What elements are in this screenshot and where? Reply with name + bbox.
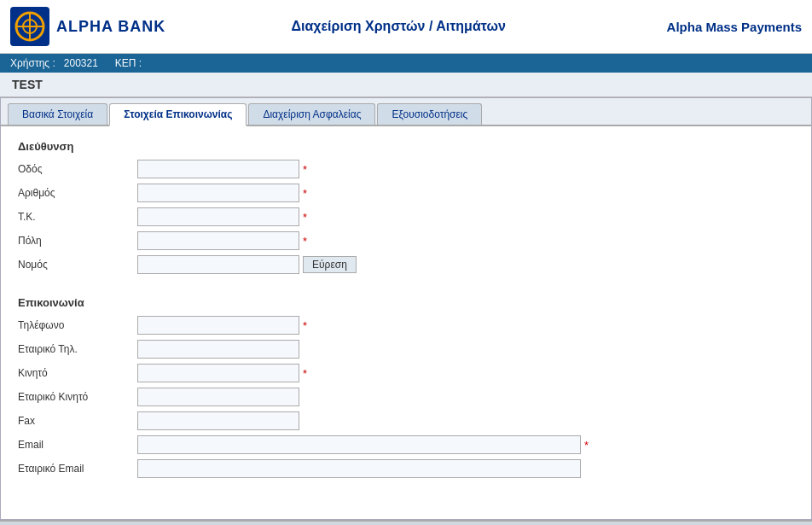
field-group-fax: Fax — [18, 411, 794, 430]
page-title-bar: TEST — [0, 73, 812, 97]
input-tk[interactable] — [137, 207, 299, 226]
header-title: Διαχείριση Χρηστών / Αιτημάτων — [165, 19, 631, 34]
field-group-etairiko-til: Εταιρικό Τηλ. — [18, 340, 794, 359]
alpha-bank-logo-icon — [10, 7, 49, 46]
required-email: * — [584, 439, 589, 452]
required-tk: * — [303, 211, 307, 224]
user-bar: Χρήστης : 200321 ΚΕΠ : — [0, 54, 812, 73]
input-fax[interactable] — [137, 411, 299, 430]
input-email[interactable] — [137, 435, 581, 454]
field-group-email: Email * — [18, 435, 794, 454]
tabs: Βασικά Στοιχεία Στοιχεία Επικοινωνίας Δι… — [1, 98, 811, 126]
label-kinito: Κινητό — [18, 367, 137, 379]
main-content: Βασικά Στοιχεία Στοιχεία Επικοινωνίας Δι… — [0, 97, 812, 520]
header: ALPHA BANK Διαχείριση Χρηστών / Αιτημάτω… — [0, 0, 812, 54]
input-etairiko-til[interactable] — [137, 340, 299, 359]
input-odos[interactable] — [137, 160, 299, 178]
field-group-nomos: Νομός Εύρεση — [18, 255, 794, 274]
required-odos: * — [303, 163, 307, 176]
required-tilefono: * — [303, 319, 307, 332]
input-poli[interactable] — [137, 231, 299, 250]
communication-section-title: Επικοινωνία — [18, 296, 794, 309]
label-etairiko-kinito: Εταιρικό Κινητό — [18, 391, 137, 403]
tab-basic-info[interactable]: Βασικά Στοιχεία — [8, 103, 107, 125]
required-arithmos: * — [303, 187, 307, 200]
field-group-etairiko-email: Εταιρικό Email — [18, 459, 794, 478]
label-email: Email — [18, 439, 137, 451]
field-group-arithmos: Αριθμός * — [18, 184, 794, 202]
logo-text: ALPHA BANK — [56, 18, 165, 36]
label-arithmos: Αριθμός — [18, 187, 137, 199]
field-group-poli: Πόλη * — [18, 231, 794, 250]
tab-authorizations[interactable]: Εξουσιοδοτήσεις — [377, 103, 482, 125]
input-nomos[interactable] — [137, 255, 299, 274]
user-label: Χρήστης : 200321 — [10, 57, 98, 69]
required-poli: * — [303, 235, 307, 248]
label-odos: Οδός — [18, 163, 137, 175]
label-tilefono: Τηλέφωνο — [18, 319, 137, 331]
label-etairiko-email: Εταιρικό Email — [18, 463, 137, 475]
find-button[interactable]: Εύρεση — [303, 256, 357, 273]
label-etairiko-til: Εταιρικό Τηλ. — [18, 343, 137, 355]
footer-bar: Επιστροφή OK / ? — [0, 520, 812, 525]
input-etairiko-kinito[interactable] — [137, 388, 299, 406]
input-tilefono[interactable] — [137, 316, 299, 335]
input-kinito[interactable] — [137, 364, 299, 382]
field-group-tilefono: Τηλέφωνο * — [18, 316, 794, 335]
required-kinito: * — [303, 367, 307, 380]
logo: ALPHA BANK — [10, 7, 165, 46]
field-group-etairiko-kinito: Εταιρικό Κινητό — [18, 388, 794, 406]
user-value: 200321 — [64, 57, 98, 69]
field-group-kinito: Κινητό * — [18, 364, 794, 382]
label-fax: Fax — [18, 415, 137, 427]
label-nomos: Νομός — [18, 259, 137, 271]
kep-label: ΚΕΠ : — [115, 57, 142, 69]
tab-contact-info[interactable]: Στοιχεία Επικοινωνίας — [109, 103, 246, 126]
label-tk: Τ.Κ. — [18, 211, 137, 223]
tab-security[interactable]: Διαχείριση Ασφαλείας — [248, 103, 375, 125]
field-group-tk: Τ.Κ. * — [18, 207, 794, 226]
label-poli: Πόλη — [18, 235, 137, 247]
input-arithmos[interactable] — [137, 184, 299, 202]
input-etairiko-email[interactable] — [137, 459, 581, 478]
form-area: Διεύθυνση Οδός * Αριθμός * Τ.Κ. * Πόλη *… — [1, 126, 811, 519]
address-section-title: Διεύθυνση — [18, 140, 794, 153]
page-title: TEST — [12, 78, 43, 91]
header-app-name: Alpha Mass Payments — [631, 20, 802, 34]
field-group-odos: Οδός * — [18, 160, 794, 178]
